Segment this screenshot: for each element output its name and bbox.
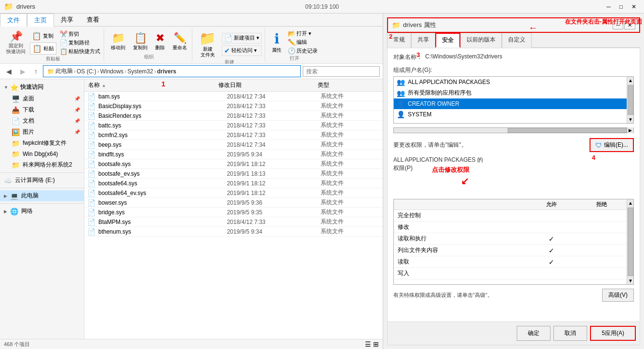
- file-row[interactable]: 📄 BasicDisplay.sys 2018/4/12 7:33 系统文件: [84, 101, 383, 111]
- rename-button[interactable]: ✏️ 重命名: [171, 31, 189, 52]
- sidebar-item-desktop[interactable]: 🖥️ 桌面 📌: [0, 93, 84, 104]
- back-button[interactable]: ◀: [3, 66, 15, 77]
- tab-file[interactable]: 文件: [0, 14, 27, 27]
- perm-row[interactable]: 写入: [394, 268, 627, 279]
- thispc-arrow: ▶: [4, 194, 7, 198]
- group-list-item[interactable]: 👤 CREATOR OWNER: [394, 98, 627, 109]
- paste-shortcut-button[interactable]: 📋 粘贴快捷方式: [58, 47, 102, 56]
- up-button[interactable]: ↑: [31, 66, 41, 77]
- list-view-button[interactable]: ☰: [365, 340, 371, 348]
- sidebar-section-quick-access[interactable]: ▼ ⭐ 快速访问: [0, 81, 84, 93]
- tab-general[interactable]: 常规: [387, 33, 411, 48]
- move-to-button[interactable]: 📁 移动到: [109, 31, 127, 52]
- sidebar-item-windbg[interactable]: 📁 Win Dbg(x64): [0, 149, 84, 159]
- file-row[interactable]: 📄 bootsafe_ev.sys 2019/9/1 18:13 系统文件: [84, 169, 383, 179]
- file-row[interactable]: 📄 bindflt.sys 2019/9/5 9:34 系统文件: [84, 150, 383, 159]
- path-part-2[interactable]: Windows: [100, 68, 124, 75]
- pin-button[interactable]: 📌 固定到快速访问: [4, 29, 28, 56]
- quick-access-star-icon: ⭐: [10, 84, 18, 91]
- path-part-3[interactable]: System32: [127, 68, 153, 75]
- group-list-item[interactable]: 👥 ALL APPLICATION PACKAGES: [394, 77, 627, 87]
- tab-security[interactable]: 安全: [435, 33, 460, 48]
- properties-button[interactable]: ℹ 属性: [270, 30, 283, 55]
- col-date[interactable]: 修改日期: [215, 80, 314, 90]
- sidebar-item-fwpkclnt[interactable]: 📁 fwpkclnt修复文件: [0, 138, 84, 149]
- cancel-button[interactable]: 取消: [553, 326, 587, 341]
- hscroll-right[interactable]: ▶: [627, 127, 633, 133]
- props-minimize[interactable]: ─: [613, 21, 623, 29]
- sidebar-item-cloud[interactable]: ☁️ 云计算网络 (E:): [0, 175, 84, 186]
- perm-row[interactable]: 完全控制: [394, 210, 627, 222]
- copy-to-button[interactable]: 📋 复制到: [131, 31, 149, 52]
- tab-view[interactable]: 查看: [80, 14, 106, 26]
- new-item-button[interactable]: 📄 新建项目 ▾: [222, 33, 262, 43]
- file-row[interactable]: 📄 bootsafe.sys 2019/9/1 18:12 系统文件: [84, 159, 383, 169]
- props-dialog-footer: 确定 取消 5应用(A): [387, 322, 640, 345]
- file-row[interactable]: 📄 bthenum.sys 2019/9/5 9:34 系统文件: [84, 227, 383, 237]
- file-row[interactable]: 📄 beep.sys 2018/4/12 7:34 系统文件: [84, 140, 383, 150]
- perm-row[interactable]: 修改: [394, 222, 627, 233]
- history-button[interactable]: 🕐 历史记录: [286, 47, 319, 55]
- sidebar-item-kelai[interactable]: 📁 科来网络分析系统2: [0, 159, 84, 170]
- group-list-item[interactable]: 👤 SYSTEM: [394, 109, 627, 120]
- properties-dialog: 在文件夹右击-属性打开此页面 ← 📁 drivers 属性 ─ ✕ 2 常规 共…: [383, 14, 644, 349]
- props-close[interactable]: ✕: [624, 21, 635, 29]
- detail-view-button[interactable]: ⊞: [373, 340, 379, 348]
- maximize-button[interactable]: □: [616, 2, 627, 11]
- forward-button[interactable]: ▶: [17, 66, 29, 77]
- sidebar-item-downloads[interactable]: 📥 下载 📌: [0, 104, 84, 115]
- perm-name: 列出文件夹内容: [394, 245, 526, 256]
- perm-scroll-down[interactable]: ▼: [627, 277, 633, 284]
- paste-button[interactable]: 📋 粘贴: [30, 42, 56, 55]
- new-folder-button[interactable]: 📁 新建文件夹: [197, 29, 218, 59]
- tab-share[interactable]: 共享: [54, 14, 80, 26]
- group-list-scroll-up[interactable]: ▲: [627, 77, 633, 84]
- open-button[interactable]: 📂 打开 ▾: [286, 29, 319, 38]
- group-list-item[interactable]: 👥 所有受限制的应用程序包: [394, 87, 627, 98]
- close-button[interactable]: ✕: [628, 2, 640, 11]
- sidebar-item-thispc[interactable]: ▶ 💻 此电脑: [0, 190, 84, 201]
- file-row[interactable]: 📄 bootsafe64_ev.sys 2019/9/1 18:12 系统文件: [84, 188, 383, 198]
- col-name[interactable]: 名称 ▲: [84, 80, 215, 90]
- path-part-1[interactable]: OS (C:): [77, 68, 96, 75]
- file-row[interactable]: 📄 bridge.sys 2019/9/5 9:35 系统文件: [84, 208, 383, 217]
- file-row[interactable]: 📄 bowser.sys 2019/9/5 9:36 系统文件: [84, 198, 383, 208]
- perm-row[interactable]: 读取和执行 ✓: [394, 233, 627, 245]
- edit-ribbon-button[interactable]: ✏️ 编辑: [286, 38, 319, 46]
- group-list-scroll-down[interactable]: ▼: [627, 116, 633, 123]
- file-row[interactable]: 📄 BtaMPM.sys 2018/4/12 7:33 系统文件: [84, 217, 383, 227]
- apply-button[interactable]: 5应用(A): [590, 326, 636, 341]
- address-path[interactable]: 📁 此电脑 › OS (C:) › Windows › System32 › d…: [43, 65, 301, 77]
- copy-path-button[interactable]: 📄 复制路径: [58, 39, 102, 47]
- cut-button[interactable]: ✂️ 剪切: [58, 30, 102, 38]
- perm-scroll-up[interactable]: ▲: [627, 199, 633, 207]
- path-part-0[interactable]: 此电脑: [55, 67, 73, 75]
- tab-previous[interactable]: 以前的版本: [460, 33, 502, 48]
- tab-custom[interactable]: 自定义: [502, 33, 532, 48]
- file-row[interactable]: 📄 battc.sys 2018/4/12 7:33 系统文件: [84, 121, 383, 130]
- search-input[interactable]: [303, 66, 380, 77]
- ok-button[interactable]: 确定: [517, 326, 550, 341]
- file-row[interactable]: 📄 bcmfn2.sys 2018/4/12 7:33 系统文件: [84, 130, 383, 140]
- file-date: 2018/4/12 7:33: [227, 122, 321, 129]
- tab-sharing[interactable]: 共享: [411, 33, 435, 48]
- perm-row[interactable]: 读取 ✓: [394, 256, 627, 268]
- tab-home[interactable]: 主页: [27, 14, 54, 27]
- sidebar-item-documents[interactable]: 📄 文档 📌: [0, 115, 84, 126]
- props-body: 3 对象名称： C:\Windows\System32\drivers 组或用户…: [387, 48, 640, 322]
- minimize-button[interactable]: ─: [603, 2, 615, 11]
- col-type[interactable]: 类型: [314, 80, 383, 90]
- file-row[interactable]: 📄 BasicRender.sys 2018/4/12 7:33 系统文件: [84, 111, 383, 121]
- delete-button[interactable]: ✖ 删除: [153, 31, 167, 52]
- copy-button[interactable]: 📋 复制: [30, 30, 56, 42]
- sidebar-item-network[interactable]: ▶ 🌐 网络: [0, 206, 84, 217]
- file-row[interactable]: 📄 bootsafe64.sys 2019/9/1 18:12 系统文件: [84, 179, 383, 188]
- path-part-4[interactable]: drivers: [157, 68, 176, 75]
- advanced-button[interactable]: 高级(V): [602, 289, 634, 302]
- sidebar-item-pictures[interactable]: 🖼️ 图片 📌: [0, 126, 84, 138]
- edit-permissions-button[interactable]: 🛡 编辑(E)...: [590, 138, 634, 152]
- file-row[interactable]: 📄 bam.sys 2018/4/12 7:34 系统文件: [84, 92, 383, 101]
- easy-access-button[interactable]: ✔ 轻松访问 ▾: [222, 45, 262, 56]
- perm-row[interactable]: 列出文件夹内容 ✓: [394, 245, 627, 256]
- file-name: BasicRender.sys: [98, 112, 227, 119]
